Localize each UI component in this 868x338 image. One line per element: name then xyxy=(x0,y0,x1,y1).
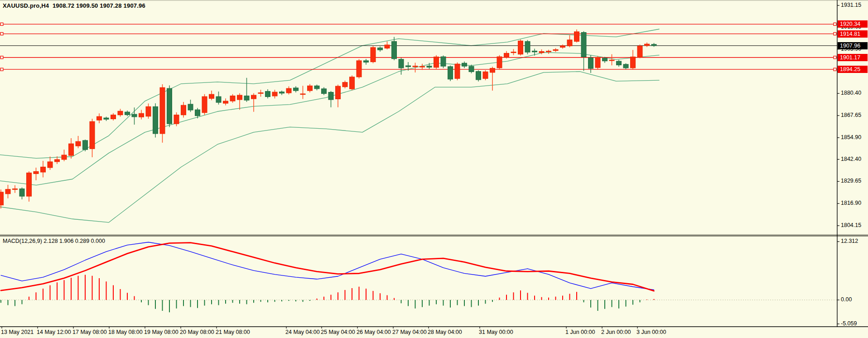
date-tick-label: 2 Jun 00:00 xyxy=(601,329,631,336)
date-tick-label: 14 May 12:00 xyxy=(37,329,71,336)
date-tick-label: 21 May 08:00 xyxy=(216,329,250,336)
symbol-period-label: XAUUSD.pro,H4 xyxy=(3,2,49,9)
macd-tick-label: 0.00 xyxy=(841,296,852,303)
price-tick-label: 1880.40 xyxy=(841,90,861,97)
date-tick-label: 20 May 08:00 xyxy=(180,329,214,336)
chart-window: XAUUSD.pro,H4 1908.72 1909.50 1907.28 19… xyxy=(0,0,868,338)
level-price-badge: 1894.25 xyxy=(838,66,868,73)
price-tick-label: 1829.65 xyxy=(841,178,861,184)
current-price-badge: 1907.96 xyxy=(838,42,868,49)
price-tick-label: 1931.15 xyxy=(841,2,861,9)
date-tick-label: 26 May 04:00 xyxy=(357,329,391,336)
level-price-badge: 1901.17 xyxy=(838,54,868,61)
level-price-badge: 1920.34 xyxy=(838,20,868,28)
macd-tick-label: -5.059 xyxy=(841,320,857,327)
price-tick-label: 1804.15 xyxy=(841,222,861,229)
ohlc-quote-label: 1908.72 1909.50 1907.28 1907.96 xyxy=(53,2,145,9)
price-tick-label: 1867.65 xyxy=(841,112,861,119)
price-tick-label: 1816.90 xyxy=(841,200,861,207)
level-price-badge: 1914.81 xyxy=(838,30,868,38)
date-tick-label: 31 May 00:00 xyxy=(479,329,513,336)
macd-tick-label: 12.312 xyxy=(841,238,858,245)
date-tick-label: 13 May 2021 xyxy=(1,329,34,336)
price-chart-canvas[interactable] xyxy=(0,0,868,338)
price-tick-label: 1842.40 xyxy=(841,156,861,163)
date-tick-label: 28 May 04:00 xyxy=(428,329,462,336)
date-tick-label: 25 May 04:00 xyxy=(321,329,355,336)
date-tick-label: 19 May 08:00 xyxy=(144,329,178,336)
date-tick-label: 18 May 08:00 xyxy=(108,329,143,336)
price-tick-label: 1854.90 xyxy=(841,134,861,141)
chart-title: XAUUSD.pro,H4 1908.72 1909.50 1907.28 19… xyxy=(3,2,145,9)
macd-indicator-label: MACD(12,26,9) 2.128 1.906 0.289 0.000 xyxy=(3,238,105,245)
date-tick-label: 3 Jun 00:00 xyxy=(637,329,666,336)
date-tick-label: 24 May 04:00 xyxy=(285,329,320,336)
date-tick-label: 1 Jun 00:00 xyxy=(565,329,595,336)
date-tick-label: 27 May 04:00 xyxy=(392,329,427,336)
date-tick-label: 17 May 08:00 xyxy=(72,329,107,336)
